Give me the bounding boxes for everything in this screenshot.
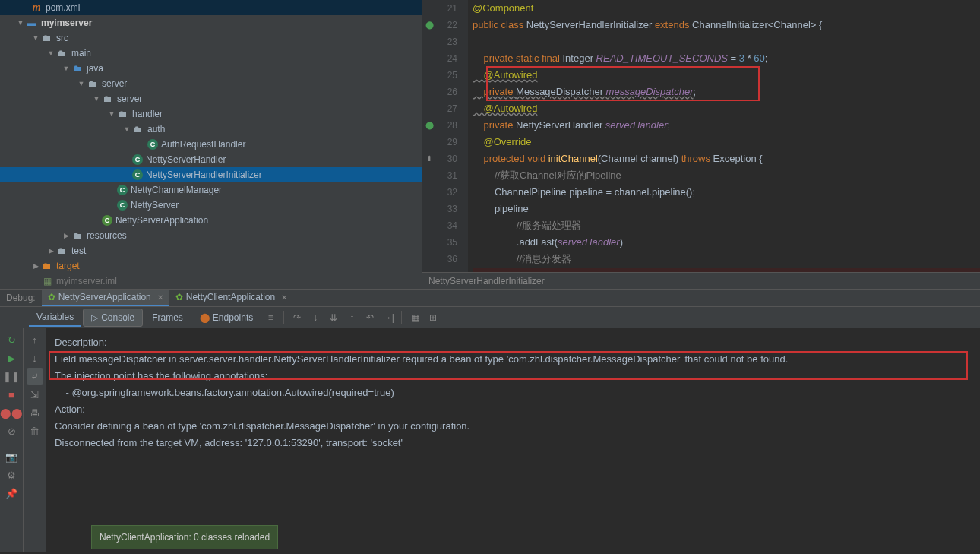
- tree-class-nettysrv[interactable]: CNettyServer: [0, 198, 422, 213]
- rerun-icon[interactable]: ↻: [3, 331, 20, 348]
- step-over-icon[interactable]: ↷: [289, 309, 305, 326]
- pause-icon[interactable]: ❚❚: [3, 368, 20, 385]
- step-into-icon[interactable]: ↓: [307, 309, 324, 326]
- down-icon[interactable]: ↓: [27, 350, 43, 366]
- breadcrumb-bar[interactable]: NettyServerHandlerInitializer: [422, 272, 980, 289]
- tree-project[interactable]: ▬myimserver: [0, 15, 422, 30]
- console-text: - @org.springframework.beans.factory.ann…: [55, 385, 971, 401]
- folder-icon: 🖿: [56, 47, 68, 59]
- arrow-icon[interactable]: [46, 245, 56, 256]
- code-text: =: [728, 52, 739, 64]
- arrow-icon[interactable]: [30, 33, 41, 43]
- tree-pkg-auth[interactable]: 🖿auth: [0, 122, 422, 137]
- stop-icon[interactable]: ■: [3, 386, 20, 403]
- arrow-icon[interactable]: [76, 78, 87, 89]
- breakpoints-icon[interactable]: ⬤⬤: [3, 404, 20, 421]
- tree-label: NettyChannelManager: [131, 185, 222, 195]
- tree-pkg-server2[interactable]: 🖿server: [0, 91, 422, 106]
- console-icon: ▷: [91, 312, 98, 323]
- run-cursor-icon[interactable]: →|: [380, 309, 397, 326]
- camera-icon[interactable]: 📷: [3, 448, 20, 465]
- clear-icon[interactable]: 🗑: [27, 423, 43, 439]
- run-tab-server[interactable]: ✿NettyServerApplication✕: [42, 290, 169, 306]
- tree-iml[interactable]: ▦myimserver.iml: [0, 274, 422, 289]
- line-no: 27: [422, 100, 457, 117]
- gear-icon[interactable]: ⚙: [3, 467, 20, 483]
- tree-class-app[interactable]: CNettyServerApplication: [0, 213, 422, 228]
- wrap-icon[interactable]: ⤶: [27, 368, 43, 385]
- pin-icon[interactable]: 📌: [3, 485, 20, 502]
- tree-label: NettyServerHandlerInitializer: [146, 169, 262, 180]
- folder-icon: 🖿: [71, 230, 84, 242]
- tree-test[interactable]: 🖿test: [0, 243, 422, 258]
- tree-class-authreq[interactable]: CAuthRequestHandler: [0, 137, 422, 152]
- notification-toast[interactable]: NettyClientApplication: 0 classes reload…: [91, 525, 278, 549]
- code-editor[interactable]: 21 ▶⬤22 23 24 25 26 27 ⬤28 29 ⬆@30 31 32…: [422, 0, 980, 289]
- code-text: ): [620, 236, 623, 248]
- tree-main[interactable]: 🖿main: [0, 46, 422, 61]
- tab-variables[interactable]: Variables: [29, 309, 81, 327]
- code-text: *: [744, 52, 754, 64]
- close-icon[interactable]: ✕: [157, 293, 163, 302]
- tree-label: server: [117, 93, 142, 104]
- up-icon[interactable]: ↑: [27, 331, 43, 348]
- code-text: Integer: [563, 52, 596, 64]
- arrow-icon[interactable]: [61, 63, 71, 74]
- tab-console[interactable]: ▷Console: [83, 309, 143, 327]
- folder-icon: 🖿: [41, 32, 53, 44]
- line-no: 28: [447, 120, 457, 131]
- tab-label: NettyServerApplication: [58, 292, 151, 302]
- settings-icon[interactable]: ≡: [262, 309, 279, 326]
- code-text: ChannelPipeline pipeline = channel.pipel…: [473, 186, 695, 198]
- arrow-icon[interactable]: [91, 93, 102, 104]
- tree-target[interactable]: 🖿target: [0, 258, 422, 274]
- tree-class-chanmgr[interactable]: CNettyChannelManager: [0, 182, 422, 198]
- arrow-icon[interactable]: [106, 109, 117, 119]
- tree-resources[interactable]: 🖿resources: [0, 228, 422, 243]
- arrow-icon[interactable]: [46, 48, 56, 59]
- tree-java[interactable]: 🖿java: [0, 61, 422, 76]
- arrow-icon[interactable]: [15, 17, 26, 28]
- close-icon[interactable]: ✕: [281, 293, 287, 302]
- spring-icon: ✿: [48, 292, 55, 302]
- force-step-icon[interactable]: ⇊: [325, 309, 342, 326]
- console-output[interactable]: Description: Field messageDispatcher in …: [46, 328, 980, 552]
- code-area[interactable]: @Component public class NettyServerHandl…: [468, 0, 980, 272]
- arrow-icon[interactable]: [61, 230, 71, 241]
- tree-pkg-handler[interactable]: 🖿handler: [0, 106, 422, 122]
- print-icon[interactable]: 🖶: [27, 404, 43, 421]
- tree-file-pom[interactable]: mpom.xml: [0, 0, 422, 15]
- class-icon: C: [132, 154, 143, 165]
- tree-pkg-server[interactable]: 🖿server: [0, 76, 422, 91]
- code-text: private: [473, 86, 516, 97]
- step-out-icon[interactable]: ↑: [343, 309, 360, 326]
- project-tree[interactable]: mpom.xml ▬myimserver 🖿src 🖿main 🖿java 🖿s…: [0, 0, 422, 289]
- line-no: 23: [422, 33, 457, 50]
- tree-label: auth: [147, 124, 165, 135]
- line-no: 30: [447, 154, 457, 164]
- gutter[interactable]: 21 ▶⬤22 23 24 25 26 27 ⬤28 29 ⬆@30 31 32…: [422, 0, 468, 272]
- scroll-icon[interactable]: ⇲: [27, 386, 43, 403]
- arrow-icon[interactable]: [122, 124, 132, 135]
- tab-endpoints[interactable]: ⬤Endpoints: [192, 309, 261, 326]
- trace-icon[interactable]: ⊞: [425, 309, 441, 326]
- code-text: initChannel: [548, 153, 598, 164]
- bean-gutter-icon[interactable]: ⬤: [424, 17, 435, 33]
- breadcrumb-item[interactable]: NettyServerHandlerInitializer: [428, 276, 545, 286]
- override-gutter-icon[interactable]: ⬆: [424, 150, 435, 167]
- resume-icon[interactable]: ▶: [3, 350, 20, 366]
- tab-frames[interactable]: Frames: [144, 309, 191, 326]
- folder-icon: 🖿: [117, 108, 129, 120]
- console-text: Field messageDispatcher in server.server…: [55, 351, 971, 368]
- tree-class-handler[interactable]: CNettyServerHandler: [0, 152, 422, 167]
- code-text: .addLast(: [473, 270, 558, 272]
- mute-bp-icon[interactable]: ⊘: [3, 423, 20, 439]
- tree-src[interactable]: 🖿src: [0, 30, 422, 46]
- tree-class-initializer[interactable]: CNettyServerHandlerInitializer: [0, 167, 422, 182]
- run-tab-client[interactable]: ✿NettyClientApplication✕: [169, 290, 293, 306]
- arrow-icon[interactable]: [30, 261, 41, 271]
- drop-frame-icon[interactable]: ↶: [362, 309, 378, 326]
- evaluate-icon[interactable]: ▦: [406, 309, 423, 326]
- class-icon: C: [147, 139, 158, 150]
- bean-gutter-icon[interactable]: ⬤: [424, 117, 435, 134]
